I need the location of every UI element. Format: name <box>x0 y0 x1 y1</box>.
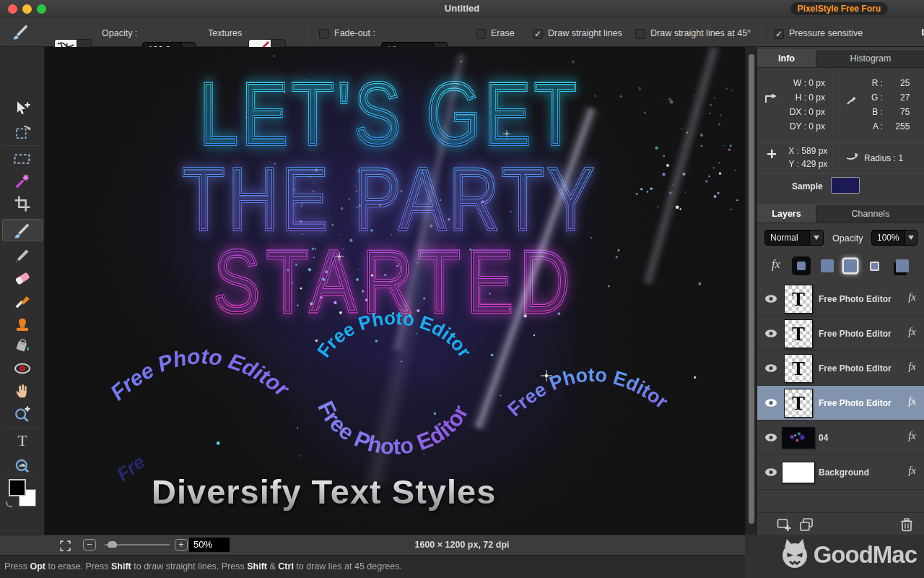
rgba-r-label: R : <box>863 78 883 88</box>
layer-row-background[interactable]: Background fx <box>757 455 924 490</box>
layer-opacity-value: 100% <box>872 230 905 245</box>
visibility-eye-icon[interactable] <box>764 398 777 407</box>
fx-style-3[interactable] <box>844 259 857 272</box>
layer-fx-button[interactable]: fx <box>908 395 916 407</box>
duplicate-layer-button[interactable] <box>798 517 814 532</box>
erase-checkbox[interactable] <box>476 29 486 39</box>
layer-name: Free Photo Editor <box>819 351 892 386</box>
layer-thumbnail <box>782 427 815 449</box>
fx-style-2[interactable] <box>821 259 834 272</box>
effects-tool[interactable] <box>12 455 32 475</box>
swap-colors-icon[interactable] <box>4 499 14 509</box>
bucket-tool[interactable] <box>12 335 32 355</box>
document-canvas[interactable]: LET'S GET LET'S GET THE PARTY THE PARTY … <box>45 47 745 535</box>
tab-histogram[interactable]: Histogram <box>816 50 924 67</box>
eraser-tool[interactable] <box>12 268 32 288</box>
dim-dx-label: DX : <box>782 107 806 117</box>
layer-fx-button[interactable]: fx <box>908 361 916 373</box>
rgba-g-value: 27 <box>885 92 910 103</box>
layer-list: T Free Photo Editor fx T Free Photo Edit… <box>757 282 924 490</box>
help-text-segment: to draw straight lines. Press <box>131 561 247 571</box>
layer-fx-button[interactable]: fx <box>908 291 916 303</box>
help-text-segment: to draw lies at 45 degrees. <box>294 561 402 571</box>
clipped-line-control[interactable]: Li <box>921 27 924 38</box>
pos-y-value: 429 px <box>801 159 827 169</box>
tab-info[interactable]: Info <box>757 50 816 67</box>
fade-out-checkbox[interactable] <box>319 29 329 39</box>
new-layer-button[interactable] <box>776 517 792 532</box>
eyedropper-tool[interactable] <box>12 291 32 311</box>
layer-name: Free Photo Editor <box>819 282 892 316</box>
zoom-percentage-field[interactable]: 50% <box>189 538 230 552</box>
blend-mode-dropdown[interactable]: Normal <box>764 230 824 246</box>
fx-style-1[interactable] <box>792 256 811 275</box>
pos-x-label: X : <box>782 146 799 156</box>
tool-palette: T <box>0 47 45 535</box>
visibility-eye-icon[interactable] <box>764 467 777 477</box>
layer-thumbnail: T <box>784 285 813 314</box>
layer-opacity-label: Opacity <box>832 233 863 243</box>
fx-row-label: fx <box>772 258 780 271</box>
tab-layers[interactable]: Layers <box>757 205 816 223</box>
radius-value: 1 <box>898 153 903 163</box>
pressure-sensitive-label: Pressure sensitive <box>789 28 863 38</box>
marquee-tool[interactable] <box>12 149 32 169</box>
move-tool[interactable] <box>12 99 32 119</box>
layer-fx-button[interactable]: fx <box>908 326 916 338</box>
pressure-sensitive-checkbox[interactable]: ✓ <box>774 29 784 39</box>
blend-mode-arrow[interactable] <box>809 230 823 245</box>
delete-layer-trash-button[interactable] <box>899 517 915 532</box>
foreground-color-swatch[interactable] <box>9 479 26 496</box>
goodmac-watermark: GoodMac <box>776 535 917 575</box>
zoom-in-button[interactable]: + <box>175 539 188 551</box>
layer-opacity-arrow[interactable] <box>905 230 917 245</box>
layer-row-free-photo-editor-4-selected[interactable]: T Free Photo Editor fx <box>757 386 924 420</box>
red-eye-tool[interactable] <box>12 358 32 379</box>
fx-style-4[interactable] <box>870 262 879 271</box>
transform-tool[interactable] <box>12 122 32 142</box>
fx-style-5[interactable] <box>896 259 909 272</box>
zoom-out-button[interactable]: − <box>83 539 96 551</box>
visibility-eye-icon[interactable] <box>764 329 777 338</box>
layer-row-free-photo-editor-3[interactable]: T Free Photo Editor fx <box>757 351 924 386</box>
layer-fx-button[interactable]: fx <box>908 465 916 477</box>
blend-mode-value: Normal <box>765 230 809 245</box>
tab-channels[interactable]: Channels <box>816 205 924 223</box>
layer-name: Free Photo Editor <box>819 316 892 351</box>
help-key-shift-2: Shift <box>247 561 267 571</box>
canvas-vertical-scrollbar[interactable] <box>745 47 757 535</box>
dim-dx-value: 0 px <box>808 107 825 117</box>
stamp-tool[interactable] <box>12 314 32 334</box>
layer-row-04[interactable]: 04 fx <box>757 420 924 455</box>
text-tool[interactable]: T <box>12 431 32 451</box>
scrollbar-thumb[interactable] <box>749 54 754 524</box>
textures-label: Textures <box>208 28 242 38</box>
window-title: Untitled <box>0 0 924 17</box>
pencil-tool[interactable] <box>12 246 32 266</box>
magic-wand-tool[interactable] <box>12 171 32 191</box>
paintbrush-tool[interactable] <box>12 220 32 241</box>
right-panel: Info Histogram W : 0 px H : 0 px DX : 0 … <box>757 47 924 535</box>
color-swatches[interactable] <box>7 478 40 511</box>
fullscreen-icon[interactable] <box>59 540 71 552</box>
layers-tabbar: Layers Channels <box>757 204 924 223</box>
hand-tool[interactable] <box>12 381 32 401</box>
crop-tool[interactable] <box>12 194 32 214</box>
visibility-eye-icon[interactable] <box>764 294 777 303</box>
pixelstyle-forum-badge[interactable]: PixelStyle Free Foru <box>790 2 888 15</box>
chevron-down-icon <box>908 236 914 240</box>
layer-fx-button[interactable]: fx <box>908 430 916 442</box>
layer-row-free-photo-editor-1[interactable]: T Free Photo Editor fx <box>757 282 924 316</box>
draw-straight-lines-checkbox[interactable]: ✓ <box>533 29 543 39</box>
layer-opacity-dropdown[interactable]: 100% <box>871 230 918 246</box>
pos-y-label: Y : <box>782 159 799 169</box>
dim-dy-label: DY : <box>782 121 806 131</box>
visibility-eye-icon[interactable] <box>764 363 777 373</box>
draw-straight-45-checkbox[interactable] <box>635 29 645 39</box>
info-tabbar: Info Histogram <box>757 49 924 68</box>
dim-dy-value: 0 px <box>808 121 825 131</box>
zoom-tool[interactable] <box>12 404 32 424</box>
layer-row-free-photo-editor-2[interactable]: T Free Photo Editor fx <box>757 316 924 351</box>
visibility-eye-icon[interactable] <box>764 433 777 442</box>
zoom-slider-thumb[interactable] <box>108 541 117 548</box>
